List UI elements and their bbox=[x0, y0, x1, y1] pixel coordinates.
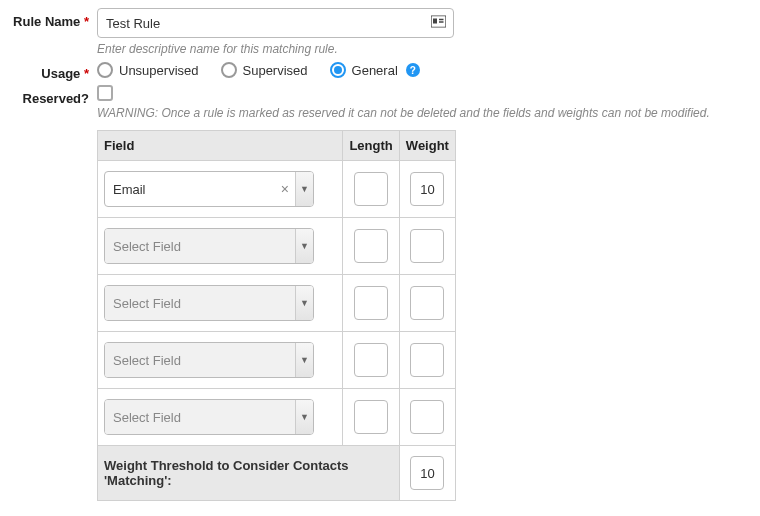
field-select-text: Select Field bbox=[113, 239, 181, 254]
threshold-input[interactable] bbox=[410, 456, 444, 490]
usage-content: Unsupervised Supervised General ? bbox=[97, 60, 748, 78]
radio-general[interactable]: General ? bbox=[330, 62, 420, 78]
rule-name-helper: Enter descriptive name for this matching… bbox=[97, 42, 748, 56]
weight-input[interactable] bbox=[410, 229, 444, 263]
field-select[interactable]: Select Field ▼ bbox=[104, 399, 314, 435]
radio-label: Supervised bbox=[243, 63, 308, 78]
svg-rect-1 bbox=[433, 19, 437, 24]
field-select[interactable]: Email × ▼ bbox=[104, 171, 314, 207]
table-row: Email × ▼ bbox=[98, 161, 456, 218]
chevron-down-icon[interactable]: ▼ bbox=[295, 343, 313, 377]
rule-name-content: Enter descriptive name for this matching… bbox=[97, 8, 748, 56]
radio-icon bbox=[97, 62, 113, 78]
field-select[interactable]: Select Field ▼ bbox=[104, 342, 314, 378]
chevron-down-icon[interactable]: ▼ bbox=[295, 172, 313, 206]
col-length: Length bbox=[343, 131, 399, 161]
required-mark: * bbox=[84, 66, 89, 81]
weight-input[interactable] bbox=[410, 343, 444, 377]
weight-input[interactable] bbox=[410, 172, 444, 206]
table-row: Select Field ▼ bbox=[98, 218, 456, 275]
reserved-content: WARNING: Once a rule is marked as reserv… bbox=[97, 85, 748, 120]
chevron-down-icon[interactable]: ▼ bbox=[295, 286, 313, 320]
weight-input[interactable] bbox=[410, 286, 444, 320]
field-select[interactable]: Select Field ▼ bbox=[104, 285, 314, 321]
rule-name-input-wrap bbox=[97, 8, 454, 38]
radio-icon bbox=[221, 62, 237, 78]
radio-unsupervised[interactable]: Unsupervised bbox=[97, 62, 199, 78]
radio-label: General bbox=[352, 63, 398, 78]
clear-icon[interactable]: × bbox=[281, 181, 289, 197]
radio-icon bbox=[330, 62, 346, 78]
help-icon[interactable]: ? bbox=[406, 63, 420, 77]
row-usage: Usage * Unsupervised Supervised General … bbox=[12, 60, 748, 81]
field-select-value: Email × bbox=[105, 172, 295, 206]
field-select-value: Select Field bbox=[105, 400, 295, 434]
field-select-value: Select Field bbox=[105, 229, 295, 263]
fields-tbody: Email × ▼ Select Field ▼ bbox=[98, 161, 456, 501]
field-select-value: Select Field bbox=[105, 286, 295, 320]
field-select-text: Select Field bbox=[113, 353, 181, 368]
reserved-checkbox[interactable] bbox=[97, 85, 113, 101]
threshold-row: Weight Threshold to Consider Contacts 'M… bbox=[98, 446, 456, 501]
label-usage-text: Usage bbox=[41, 66, 80, 81]
table-row: Select Field ▼ bbox=[98, 275, 456, 332]
fields-table: Field Length Weight Email × ▼ bbox=[97, 130, 456, 501]
field-select[interactable]: Select Field ▼ bbox=[104, 228, 314, 264]
row-rule-name: Rule Name * Enter descriptive name for t… bbox=[12, 8, 748, 56]
length-input[interactable] bbox=[354, 286, 388, 320]
label-rule-name: Rule Name * bbox=[12, 8, 97, 29]
radio-label: Unsupervised bbox=[119, 63, 199, 78]
length-input[interactable] bbox=[354, 343, 388, 377]
id-card-icon bbox=[431, 16, 446, 31]
usage-radio-group: Unsupervised Supervised General ? bbox=[97, 60, 748, 78]
table-row: Select Field ▼ bbox=[98, 332, 456, 389]
field-select-text: Email bbox=[113, 182, 146, 197]
chevron-down-icon[interactable]: ▼ bbox=[295, 400, 313, 434]
label-rule-name-text: Rule Name bbox=[13, 14, 80, 29]
length-input[interactable] bbox=[354, 172, 388, 206]
length-input[interactable] bbox=[354, 400, 388, 434]
col-weight: Weight bbox=[399, 131, 455, 161]
label-reserved: Reserved? bbox=[12, 85, 97, 106]
chevron-down-icon[interactable]: ▼ bbox=[295, 229, 313, 263]
field-select-text: Select Field bbox=[113, 296, 181, 311]
table-row: Select Field ▼ bbox=[98, 389, 456, 446]
field-select-value: Select Field bbox=[105, 343, 295, 377]
field-select-text: Select Field bbox=[113, 410, 181, 425]
weight-input[interactable] bbox=[410, 400, 444, 434]
required-mark: * bbox=[84, 14, 89, 29]
label-usage: Usage * bbox=[12, 60, 97, 81]
col-field: Field bbox=[98, 131, 343, 161]
reserved-warning: WARNING: Once a rule is marked as reserv… bbox=[97, 106, 748, 120]
rule-name-input[interactable] bbox=[97, 8, 454, 38]
row-reserved: Reserved? WARNING: Once a rule is marked… bbox=[12, 85, 748, 120]
threshold-label: Weight Threshold to Consider Contacts 'M… bbox=[98, 446, 400, 501]
length-input[interactable] bbox=[354, 229, 388, 263]
radio-supervised[interactable]: Supervised bbox=[221, 62, 308, 78]
